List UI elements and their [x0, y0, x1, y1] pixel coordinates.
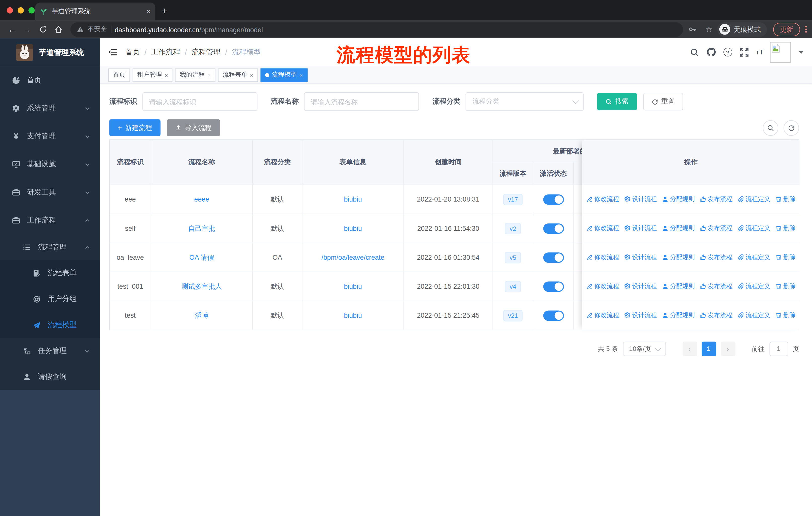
create-process-button[interactable]: + 新建流程	[109, 119, 160, 136]
category-select[interactable]: 流程分类	[466, 92, 584, 111]
breadcrumb-item-流程管理[interactable]: 流程管理	[192, 47, 221, 57]
form-info-link[interactable]: /bpm/oa/leave/create	[321, 253, 384, 261]
form-info-link[interactable]: biubiu	[344, 224, 362, 232]
action-删除[interactable]: 删除	[775, 195, 795, 204]
page-number-1[interactable]: 1	[701, 342, 716, 356]
key-icon[interactable]	[688, 25, 700, 34]
font-size-icon[interactable]: тT	[756, 48, 763, 56]
tag-流程模型[interactable]: 流程模型 ×	[261, 68, 308, 82]
sidebar-item-首页[interactable]: 首页	[0, 66, 100, 94]
sidebar-item-基础设施[interactable]: 基础设施	[0, 151, 100, 179]
action-分配规则[interactable]: 分配规则	[662, 195, 695, 204]
action-修改流程[interactable]: 修改流程	[586, 195, 619, 204]
key-filter-input[interactable]	[142, 92, 258, 111]
sidebar-item-工作流程[interactable]: 工作流程	[0, 206, 100, 234]
sidebar-item-流程表单[interactable]: 流程表单	[0, 260, 100, 286]
forward-icon[interactable]: →	[21, 25, 34, 34]
active-toggle[interactable]	[543, 310, 563, 321]
next-page-button[interactable]: ›	[721, 342, 735, 356]
action-删除[interactable]: 删除	[775, 282, 795, 291]
process-name-link[interactable]: 测试多审批人	[181, 282, 222, 291]
close-icon[interactable]: ×	[299, 72, 303, 78]
menu-fold-icon[interactable]	[108, 48, 117, 56]
sidebar-item-请假查询[interactable]: 请假查询	[0, 364, 100, 390]
sidebar-item-研发工具[interactable]: 研发工具	[0, 179, 100, 206]
home-icon[interactable]	[52, 25, 65, 33]
tab-close-icon[interactable]: ×	[146, 7, 151, 16]
active-toggle[interactable]	[543, 252, 563, 263]
sidebar-item-流程管理[interactable]: 流程管理	[0, 234, 100, 260]
action-删除[interactable]: 删除	[775, 224, 795, 233]
back-icon[interactable]: ←	[5, 25, 19, 34]
action-发布流程[interactable]: 发布流程	[699, 195, 733, 204]
action-设计流程[interactable]: 设计流程	[624, 224, 657, 233]
process-name-link[interactable]: eeee	[194, 195, 209, 203]
form-info-link[interactable]: biubiu	[344, 282, 362, 290]
action-修改流程[interactable]: 修改流程	[586, 282, 619, 291]
action-发布流程[interactable]: 发布流程	[699, 224, 733, 233]
process-name-link[interactable]: OA 请假	[189, 253, 214, 262]
version-badge[interactable]: v4	[505, 281, 521, 292]
chevron-down-icon[interactable]	[799, 51, 804, 54]
close-window-button[interactable]	[7, 7, 13, 13]
action-修改流程[interactable]: 修改流程	[586, 253, 619, 262]
sidebar-logo-row[interactable]: 芋道管理系统	[0, 38, 100, 66]
maximize-window-button[interactable]	[28, 7, 35, 13]
sidebar-item-任务管理[interactable]: 任务管理	[0, 338, 100, 364]
action-设计流程[interactable]: 设计流程	[624, 195, 657, 204]
action-分配规则[interactable]: 分配规则	[662, 224, 695, 233]
github-icon[interactable]	[706, 47, 717, 57]
minimize-window-button[interactable]	[18, 7, 24, 13]
action-设计流程[interactable]: 设计流程	[624, 311, 657, 320]
close-icon[interactable]: ×	[207, 72, 211, 78]
action-分配规则[interactable]: 分配规则	[662, 311, 695, 320]
form-info-link[interactable]: biubiu	[344, 195, 362, 203]
active-toggle[interactable]	[543, 194, 563, 204]
action-流程定义[interactable]: 流程定义	[737, 282, 771, 291]
sidebar-item-流程模型[interactable]: 流程模型	[0, 312, 100, 338]
update-button[interactable]: 更新	[773, 22, 800, 36]
breadcrumb-item-工作流程[interactable]: 工作流程	[151, 47, 180, 57]
sidebar-item-支付管理[interactable]: ¥ 支付管理	[0, 123, 100, 151]
action-分配规则[interactable]: 分配规则	[662, 282, 695, 291]
action-流程定义[interactable]: 流程定义	[737, 224, 771, 233]
form-info-link[interactable]: biubiu	[344, 311, 362, 319]
action-流程定义[interactable]: 流程定义	[737, 253, 771, 262]
close-icon[interactable]: ×	[250, 72, 253, 78]
process-name-link[interactable]: 自己审批	[188, 224, 215, 233]
version-badge[interactable]: v21	[503, 310, 523, 321]
reload-icon[interactable]	[36, 25, 50, 33]
action-删除[interactable]: 删除	[775, 311, 795, 320]
search-button[interactable]: 搜索	[597, 93, 637, 110]
sidebar-item-系统管理[interactable]: 系统管理	[0, 94, 100, 122]
tag-流程表单[interactable]: 流程表单 ×	[218, 68, 258, 82]
breadcrumb-item-首页[interactable]: 首页	[125, 47, 140, 57]
new-tab-button[interactable]: +	[162, 5, 167, 17]
active-toggle[interactable]	[543, 281, 563, 292]
page-size-select[interactable]: 10条/页	[623, 342, 666, 356]
avatar[interactable]	[770, 42, 791, 62]
action-修改流程[interactable]: 修改流程	[586, 311, 619, 320]
browser-menu-icon[interactable]	[805, 26, 807, 33]
address-bar[interactable]: 不安全 dashboard.yudao.iocoder.cn/bpm/manag…	[70, 22, 683, 36]
browser-tab[interactable]: 芋道管理系统 ×	[35, 2, 155, 20]
window-controls[interactable]	[7, 7, 35, 13]
action-流程定义[interactable]: 流程定义	[737, 195, 771, 204]
import-process-button[interactable]: 导入流程	[167, 119, 220, 136]
name-filter-input[interactable]	[304, 92, 419, 111]
show-search-button[interactable]	[763, 120, 779, 136]
action-修改流程[interactable]: 修改流程	[586, 224, 619, 233]
refresh-button[interactable]	[784, 120, 799, 136]
version-badge[interactable]: v2	[505, 223, 521, 234]
action-发布流程[interactable]: 发布流程	[699, 311, 733, 320]
tag-首页[interactable]: 首页	[108, 68, 130, 82]
fullscreen-icon[interactable]	[739, 47, 749, 57]
reset-button[interactable]: 重置	[643, 93, 683, 110]
action-删除[interactable]: 删除	[775, 253, 795, 262]
action-分配规则[interactable]: 分配规则	[662, 253, 695, 262]
prev-page-button[interactable]: ‹	[683, 342, 697, 356]
action-发布流程[interactable]: 发布流程	[699, 282, 733, 291]
tag-租户管理[interactable]: 租户管理 ×	[133, 68, 173, 82]
action-设计流程[interactable]: 设计流程	[624, 282, 657, 291]
active-toggle[interactable]	[543, 223, 563, 234]
